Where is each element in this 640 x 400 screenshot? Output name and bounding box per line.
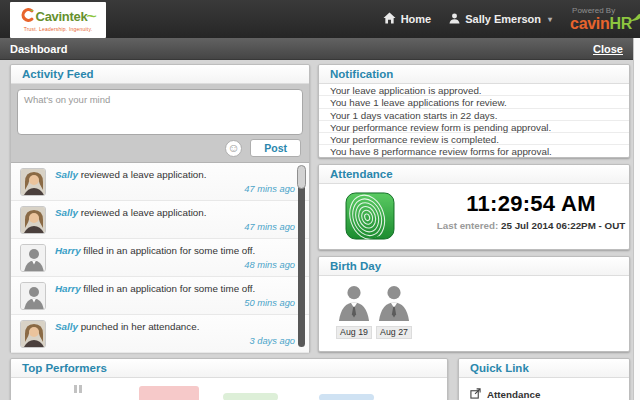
close-link[interactable]: Close — [593, 43, 623, 55]
composer-actions: ☺ Post — [17, 135, 303, 159]
nav-home-label: Home — [401, 13, 432, 25]
quick-link-label: Attendance — [487, 389, 540, 400]
status-input[interactable] — [17, 89, 303, 135]
smiley-icon[interactable]: ☺ — [225, 140, 242, 157]
avatar-photo-woman — [20, 206, 46, 234]
feed-item-text: Harry filled in an application for some … — [55, 283, 295, 294]
feed-item[interactable]: Sally reviewed a leave application. 47 m… — [11, 201, 309, 239]
nav-user-menu[interactable]: Sally Emerson ▾ — [449, 13, 552, 26]
birthday-date: Aug 27 — [376, 326, 412, 339]
feed-timestamp: 48 mins ago — [55, 260, 295, 270]
top-performers-panel: Top Performers — [10, 358, 448, 400]
attendance-clock: 11:29:54 AM — [433, 192, 629, 216]
activity-feed-panel: Activity Feed ☺ Post Sally reviewed a le… — [10, 64, 310, 352]
cavintek-logo[interactable]: Cavintek ~ Trust. Leadership. Ingenuity. — [10, 2, 106, 38]
quick-link-attendance[interactable]: Attendance — [459, 378, 629, 400]
top-performers-body — [11, 378, 447, 400]
feed-item-text: Sally reviewed a leave application. — [55, 169, 295, 180]
attendance-panel: Attendance — [318, 164, 630, 250]
activity-feed-title: Activity Feed — [11, 65, 309, 84]
quick-link-title: Quick Link — [459, 359, 629, 378]
feed-item-text: Sally punched in her attendance. — [55, 321, 295, 332]
last-entered-value: 25 Jul 2014 06:22PM - OUT — [501, 220, 625, 231]
feed-scrollbar-thumb[interactable] — [297, 165, 306, 189]
cavintek-brand-text: Cavintek — [36, 10, 88, 23]
cavinhr-logo[interactable]: Powered By cavinHR — [570, 7, 632, 32]
top-performers-title: Top Performers — [11, 359, 447, 378]
feed-action: filled in an application for some time o… — [83, 283, 255, 294]
avatar-silhouette-man — [20, 282, 46, 310]
attendance-body: 11:29:54 AM Last entered: 25 Jul 2014 06… — [319, 184, 629, 240]
feed-scrollbar-track[interactable] — [298, 171, 305, 347]
top-nav-right: Home Sally Emerson ▾ Powered By cavinHR — [383, 0, 632, 38]
feed-actor: Sally — [55, 207, 78, 218]
avatar-silhouette — [338, 285, 370, 325]
chevron-down-icon: ▾ — [548, 15, 552, 24]
notification-item[interactable]: Your 1 days vacation starts in 22 days. — [319, 109, 629, 121]
cavintek-c-icon — [21, 8, 34, 25]
birthday-person[interactable]: Aug 27 — [377, 285, 411, 339]
leaf-icon — [626, 10, 640, 26]
avatar-silhouette — [378, 285, 410, 325]
feed-action: reviewed a leave application. — [81, 169, 207, 180]
feed-item[interactable]: Harry filled in an application for some … — [11, 239, 309, 277]
external-link-icon — [470, 385, 481, 400]
post-button[interactable]: Post — [250, 139, 301, 157]
performer-badge-red — [139, 386, 199, 400]
avatar-silhouette-man — [20, 244, 46, 272]
feed-item[interactable]: Sally reviewed a leave application. 47 m… — [11, 163, 309, 201]
feed-list: Sally reviewed a leave application. 47 m… — [11, 163, 309, 353]
nav-user-label: Sally Emerson — [465, 13, 541, 25]
clock-area: 11:29:54 AM Last entered: 25 Jul 2014 06… — [433, 192, 629, 231]
cavinhr-brand: cavinHR — [570, 16, 632, 32]
feed-actor: Sally — [55, 321, 78, 332]
top-nav-bar: Cavintek ~ Trust. Leadership. Ingenuity.… — [0, 0, 640, 38]
feed-timestamp: 50 mins ago — [55, 298, 295, 308]
cavintek-swoosh: ~ — [87, 11, 98, 23]
feed-actor: Sally — [55, 169, 78, 180]
cavinhr-brand-left: cavin — [570, 15, 609, 32]
pause-icon — [74, 385, 82, 393]
birthday-date: Aug 19 — [336, 326, 372, 339]
last-entered-label: Last entered: — [437, 220, 499, 231]
performer-badge-green — [223, 393, 278, 400]
feed-actor: Harry — [55, 245, 81, 256]
last-entered-line: Last entered: 25 Jul 2014 06:22PM - OUT — [433, 220, 629, 231]
notification-panel: Notification Your leave application is a… — [318, 64, 630, 158]
nav-home[interactable]: Home — [383, 12, 432, 26]
attendance-title: Attendance — [319, 165, 629, 184]
feed-item-text: Sally reviewed a leave application. — [55, 207, 295, 218]
cavintek-logo-row: Cavintek ~ — [21, 8, 96, 25]
notification-title: Notification — [319, 65, 629, 84]
feed-action: reviewed a leave application. — [81, 207, 207, 218]
cavintek-tagline: Trust. Leadership. Ingenuity. — [24, 26, 93, 32]
home-icon — [383, 12, 396, 26]
notification-item[interactable]: You have 1 leave applications for review… — [319, 96, 629, 108]
notification-item[interactable]: Your leave application is approved. — [319, 84, 629, 96]
birthday-title: Birth Day — [319, 257, 629, 276]
quick-link-panel: Quick Link Attendance — [458, 358, 630, 400]
feed-timestamp: 47 mins ago — [55, 222, 295, 232]
feed-composer: ☺ Post — [11, 84, 309, 163]
powered-by-label: Powered By — [572, 7, 615, 15]
feed-item-text: Harry filled in an application for some … — [55, 245, 295, 256]
dashboard-titlebar: Dashboard Close — [0, 38, 633, 60]
birthday-person[interactable]: Aug 19 — [337, 285, 371, 339]
dashboard-screen: Cavintek ~ Trust. Leadership. Ingenuity.… — [0, 0, 640, 400]
page-title: Dashboard — [10, 43, 67, 55]
feed-item[interactable]: Sally punched in her attendance. 3 days … — [11, 315, 309, 353]
feed-item[interactable]: Harry filled in an application for some … — [11, 277, 309, 315]
notification-item[interactable]: You have 8 performance review forms for … — [319, 145, 629, 157]
feed-timestamp: 3 days ago — [55, 336, 295, 346]
right-page-strip — [633, 38, 640, 400]
birthday-body: Aug 19 Aug 27 — [319, 276, 629, 339]
user-icon — [449, 13, 460, 26]
feed-timestamp: 47 mins ago — [55, 184, 295, 194]
birthday-panel: Birth Day Aug 19 Aug 27 — [318, 256, 630, 352]
avatar-photo-woman — [20, 168, 46, 196]
feed-action: punched in her attendance. — [81, 321, 200, 332]
feed-actor: Harry — [55, 283, 81, 294]
notification-item[interactable]: Your performance review form is pending … — [319, 121, 629, 133]
fingerprint-icon[interactable] — [345, 192, 395, 240]
notification-item[interactable]: Your performance review is completed. — [319, 133, 629, 145]
